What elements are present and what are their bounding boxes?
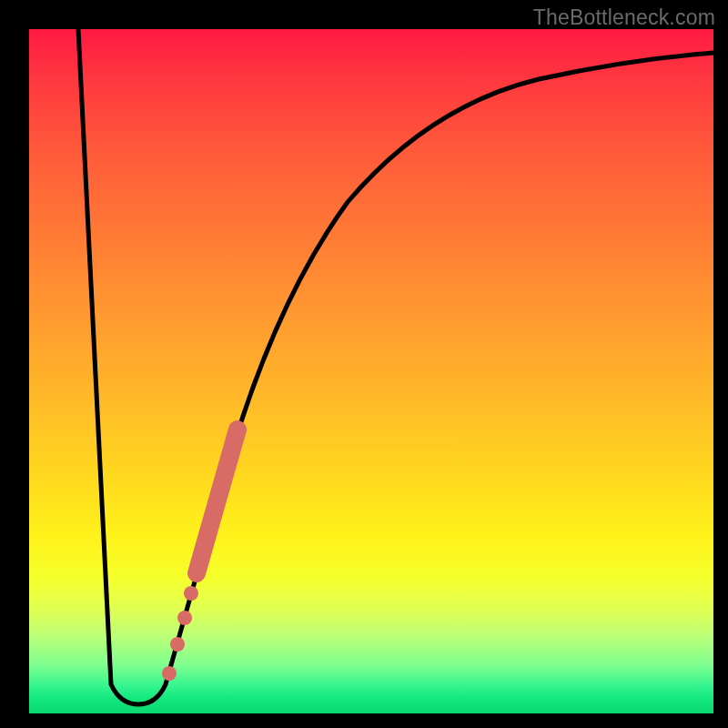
marker-capsule	[197, 430, 238, 573]
bottleneck-curve	[78, 29, 713, 704]
marker-dot	[177, 611, 192, 625]
chart-frame: TheBottleneck.com	[0, 0, 728, 728]
plot-area	[29, 29, 713, 713]
curve-layer	[29, 29, 713, 713]
watermark-text: TheBottleneck.com	[533, 5, 715, 30]
marker-dot	[184, 586, 198, 601]
marker-dot	[170, 637, 185, 652]
marker-dot	[162, 666, 177, 681]
